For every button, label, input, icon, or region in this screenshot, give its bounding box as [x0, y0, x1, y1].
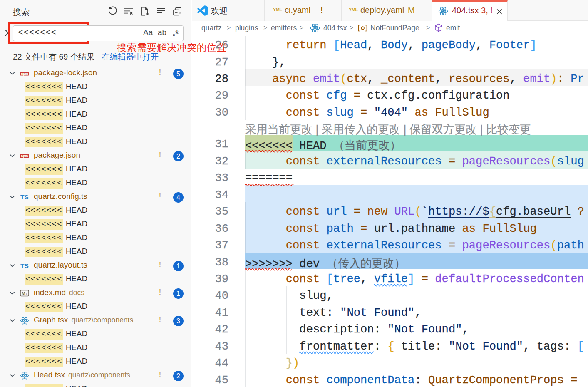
svg-text:TS: TS: [20, 194, 29, 201]
svg-text:TS: TS: [20, 262, 29, 269]
svg-text:npm: npm: [21, 72, 28, 76]
svg-text:npm: npm: [21, 154, 28, 158]
svg-text:M↓: M↓: [22, 291, 27, 296]
